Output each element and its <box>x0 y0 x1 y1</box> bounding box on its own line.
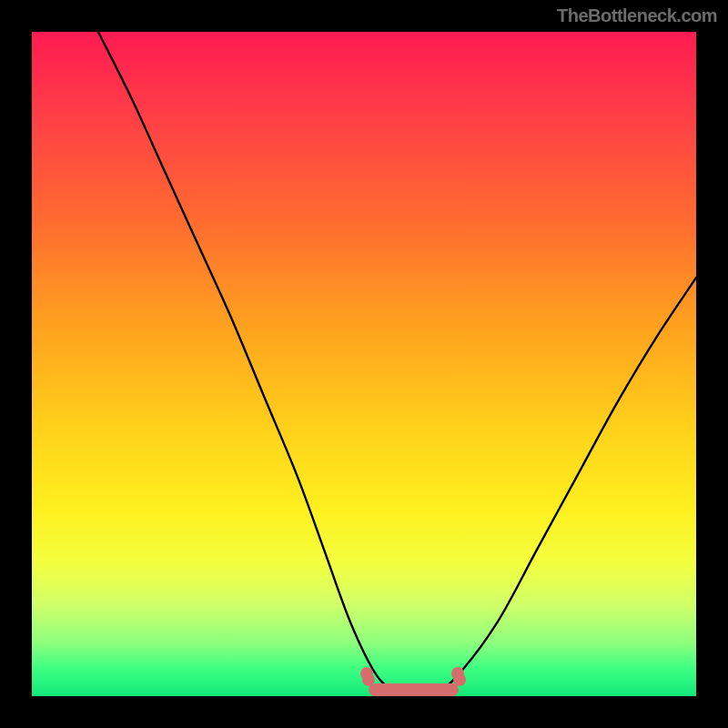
trough-dot <box>453 673 466 686</box>
plot-area <box>32 32 696 696</box>
chart-stage: TheBottleneck.com <box>0 0 728 728</box>
bottleneck-curve-svg <box>32 32 696 696</box>
bottleneck-curve-path <box>98 32 696 691</box>
attribution-text: TheBottleneck.com <box>557 5 717 26</box>
trough-bar <box>369 683 459 696</box>
trough-dot <box>362 673 375 686</box>
